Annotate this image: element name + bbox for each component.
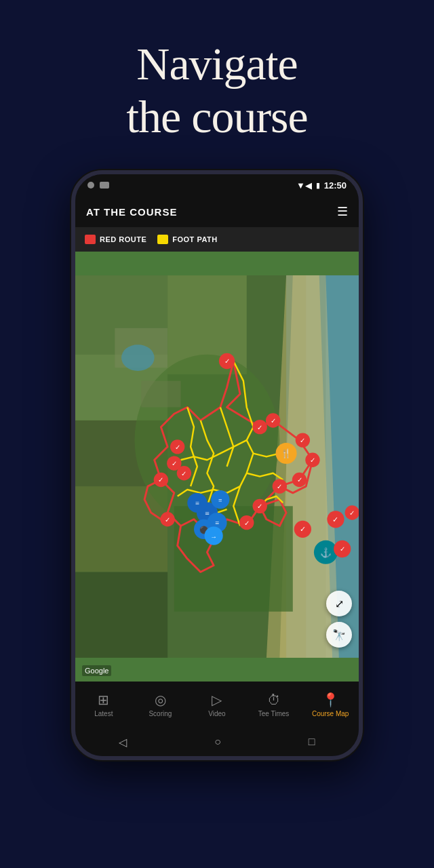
- recents-button[interactable]: □: [309, 736, 315, 748]
- svg-text:✓: ✓: [224, 358, 230, 366]
- svg-point-14: [121, 345, 155, 372]
- svg-text:→: →: [210, 533, 217, 540]
- legend-yellow-swatch: [157, 235, 168, 244]
- fullscreen-button[interactable]: ⤢: [326, 591, 352, 616]
- nav-item-teetimes[interactable]: ⏱ Tee Times: [245, 692, 302, 717]
- svg-text:✓: ✓: [158, 477, 163, 484]
- svg-text:✓: ✓: [257, 503, 262, 511]
- back-button[interactable]: ◁: [119, 736, 127, 749]
- app-title: AT THE COURSE: [86, 206, 177, 218]
- svg-text:✓: ✓: [332, 515, 338, 524]
- bottom-navigation: ⊞ Latest ◎ Scoring ▷ Video ⏱ Tee Times 📍…: [75, 682, 359, 728]
- headline-text: Navigate the course: [0, 37, 434, 143]
- svg-text:⚓: ⚓: [320, 548, 332, 559]
- svg-rect-4: [75, 487, 167, 572]
- scoring-icon: ◎: [155, 692, 166, 708]
- video-icon: ▷: [212, 692, 222, 708]
- svg-text:✓: ✓: [297, 477, 302, 484]
- status-left-icons: [87, 182, 109, 189]
- map-svg: ✓ ✓ ✓ ✓ ✓ ✓: [75, 252, 359, 682]
- svg-rect-5: [75, 572, 167, 658]
- fullscreen-icon: ⤢: [335, 597, 344, 610]
- svg-text:✓: ✓: [165, 516, 170, 524]
- status-bar: ▼◀ ▮ 12:50: [75, 174, 359, 196]
- legend-red-route: RED ROUTE: [85, 235, 146, 244]
- latest-icon: ⊞: [98, 692, 109, 708]
- svg-text:🍴: 🍴: [281, 449, 292, 460]
- svg-text:✓: ✓: [181, 470, 186, 477]
- map-controls: ⤢ 🔭: [326, 591, 352, 648]
- phone-frame: ▼◀ ▮ 12:50 AT THE COURSE ☰ RED ROUTE FOO…: [71, 170, 363, 760]
- video-label: Video: [208, 710, 225, 717]
- legend-red-swatch: [85, 235, 96, 244]
- status-right-icons: ▼◀ ▮ 12:50: [296, 180, 347, 191]
- teetimes-icon: ⏱: [267, 692, 281, 708]
- svg-text:✓: ✓: [340, 546, 345, 553]
- svg-text:≡: ≡: [195, 500, 199, 508]
- hamburger-menu-icon[interactable]: ☰: [337, 204, 348, 219]
- phone-mockup: ▼◀ ▮ 12:50 AT THE COURSE ☰ RED ROUTE FOO…: [0, 170, 434, 760]
- course-map[interactable]: ✓ ✓ ✓ ✓ ✓ ✓: [75, 252, 359, 682]
- legend-red-label: RED ROUTE: [100, 235, 146, 243]
- nav-item-coursemap[interactable]: 📍 Course Map: [302, 692, 359, 717]
- svg-text:✓: ✓: [175, 443, 180, 451]
- headline: Navigate the course: [0, 0, 434, 170]
- wifi-icon: ▼◀: [296, 180, 312, 191]
- svg-text:≡: ≡: [218, 497, 222, 505]
- google-watermark: Google: [82, 665, 111, 676]
- svg-text:✓: ✓: [300, 526, 306, 534]
- svg-text:≡: ≡: [215, 519, 219, 528]
- svg-text:✓: ✓: [300, 437, 305, 444]
- status-time: 12:50: [324, 180, 347, 191]
- svg-rect-13: [141, 381, 180, 408]
- battery-icon: ▮: [316, 181, 320, 190]
- nav-item-latest[interactable]: ⊞ Latest: [75, 692, 132, 717]
- svg-text:✓: ✓: [257, 424, 262, 431]
- coursemap-icon: 📍: [322, 692, 339, 708]
- svg-text:✓: ✓: [244, 519, 250, 527]
- svg-text:✓: ✓: [277, 483, 282, 490]
- svg-text:✓: ✓: [172, 460, 177, 467]
- nav-item-video[interactable]: ▷ Video: [189, 692, 245, 717]
- binoculars-button[interactable]: 🔭: [326, 622, 352, 648]
- binoculars-icon: 🔭: [332, 629, 346, 642]
- app-header: AT THE COURSE ☰: [75, 196, 359, 227]
- svg-text:≡: ≡: [205, 509, 210, 518]
- svg-text:✓: ✓: [271, 417, 276, 425]
- legend-yellow-label: FOOT PATH: [172, 235, 217, 243]
- teetimes-label: Tee Times: [258, 710, 290, 717]
- home-button[interactable]: ○: [214, 736, 221, 748]
- coursemap-label: Course Map: [312, 710, 349, 717]
- system-navigation: ◁ ○ □: [75, 728, 359, 756]
- latest-label: Latest: [94, 710, 113, 717]
- nav-item-scoring[interactable]: ◎ Scoring: [132, 692, 189, 717]
- svg-text:✓: ✓: [349, 509, 355, 517]
- svg-text:✓: ✓: [310, 457, 315, 465]
- status-circle-icon: [87, 182, 94, 189]
- status-rect-icon: [100, 182, 109, 189]
- legend-foot-path: FOOT PATH: [157, 235, 217, 244]
- scoring-label: Scoring: [149, 710, 172, 717]
- legend-bar: RED ROUTE FOOT PATH: [75, 227, 359, 252]
